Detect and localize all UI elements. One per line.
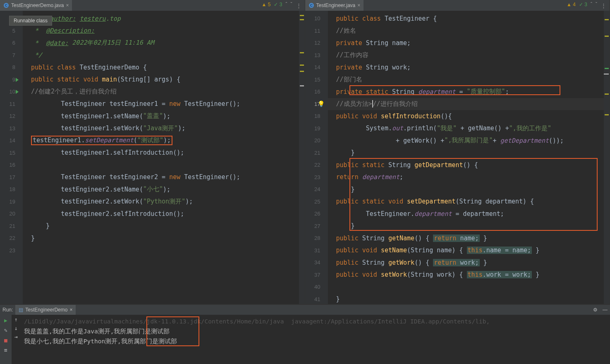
right-editor[interactable]: 10 11 12 13 14 15 16 17 18 19 20 21 22 2… <box>305 11 610 304</box>
left-editor[interactable]: 4 5 6 7 8 9 10 11 12 13 14 15 16 17 18 1… <box>0 11 305 304</box>
console-nav: ↑ ↓ ⇥ <box>12 315 21 364</box>
wrap-icon[interactable]: ⇥ <box>14 334 18 340</box>
right-tabbar: C TestEngineer.java × ⋮ <box>305 0 610 11</box>
right-gutter[interactable]: 10 11 12 13 14 15 16 17 18 19 20 21 22 2… <box>305 11 328 304</box>
left-gutter[interactable]: 4 5 6 7 8 9 10 11 12 13 14 15 16 17 18 1… <box>0 11 23 304</box>
right-code-area[interactable]: public class TestEngineer { //姓名 private… <box>328 11 610 304</box>
console-line: 我是盖盖,我的工作是Java测开,我所属部门是测试部 <box>24 326 607 336</box>
highlight-left-call: testEngineer1.setDepartment("测试部"); <box>31 136 172 145</box>
run-label: Run: <box>0 307 15 313</box>
svg-text:C: C <box>5 3 8 7</box>
tab-more-icon[interactable]: ⋮ <box>293 2 305 9</box>
left-code-area[interactable]: * @author: testeru.top * @Description: *… <box>23 11 305 304</box>
layout-button[interactable]: ≡ <box>2 346 10 354</box>
left-scrollstrip[interactable] <box>299 11 305 304</box>
highlight-right-field <box>349 85 560 95</box>
highlight-right-methods <box>349 158 598 231</box>
close-icon[interactable]: × <box>66 2 69 8</box>
stop-button[interactable]: ■ <box>2 336 10 344</box>
run-toolbar: ▶ ✎ ■ ≡ <box>0 315 12 364</box>
right-inspection-widget[interactable]: ▲ 4 ✓ 3 ˆˇ <box>567 2 597 7</box>
up-arrow-icon[interactable]: ↑ <box>14 316 18 323</box>
run-panel: Run: ▤ TestEngineerDemo × ⚙ — ▶ ✎ ■ ≡ ↑ … <box>0 304 610 364</box>
down-arrow-icon[interactable]: ↓ <box>14 325 18 331</box>
run-config-icon: ▤ <box>19 307 23 313</box>
close-icon[interactable]: × <box>357 2 360 8</box>
left-tabbar: C TestEngineerDemo.java × ⋮ <box>0 0 305 11</box>
bulb-icon[interactable]: 💡 <box>318 101 325 107</box>
tab-testengineerdemo[interactable]: C TestEngineerDemo.java × <box>0 0 72 11</box>
runnable-tooltip: Runnable class <box>9 16 52 26</box>
right-editor-pane: C TestEngineer.java × ⋮ ▲ 4 ✓ 3 ˆˇ 10 11… <box>305 0 610 304</box>
tool-button[interactable]: ✎ <box>2 326 10 334</box>
tab-label: TestEngineerDemo.java <box>11 2 64 8</box>
hide-icon[interactable]: — <box>600 307 610 313</box>
left-editor-pane: C TestEngineerDemo.java × ⋮ Runnable cla… <box>0 0 305 304</box>
java-class-icon: C <box>3 2 9 8</box>
svg-text:C: C <box>310 3 313 7</box>
run-tab-label: TestEngineerDemo <box>25 307 67 313</box>
tab-testengineer[interactable]: C TestEngineer.java × <box>305 0 364 11</box>
console-cmd-line: /LiDidly/Java/javavirtualmachines/jdk-11… <box>24 316 607 326</box>
console-line: 我是小七,我的工作是Python测开,我所属部门是测试部 <box>24 336 607 346</box>
java-class-icon: C <box>309 2 314 8</box>
right-scrollstrip[interactable] <box>604 11 610 304</box>
gear-icon[interactable]: ⚙ <box>591 307 600 313</box>
run-panel-header: Run: ▤ TestEngineerDemo × ⚙ — <box>0 305 610 315</box>
close-icon[interactable]: × <box>69 307 72 313</box>
tab-label: TestEngineer.java <box>316 2 356 8</box>
rerun-button[interactable]: ▶ <box>2 316 10 324</box>
highlight-console <box>146 316 199 346</box>
tab-more-icon[interactable]: ⋮ <box>598 2 610 9</box>
run-tab[interactable]: ▤ TestEngineerDemo × <box>15 305 76 315</box>
left-inspection-widget[interactable]: ▲ 5 ✓ 3 ˆˇ <box>262 2 292 7</box>
console-output[interactable]: /LiDidly/Java/javavirtualmachines/jdk-11… <box>21 315 610 364</box>
